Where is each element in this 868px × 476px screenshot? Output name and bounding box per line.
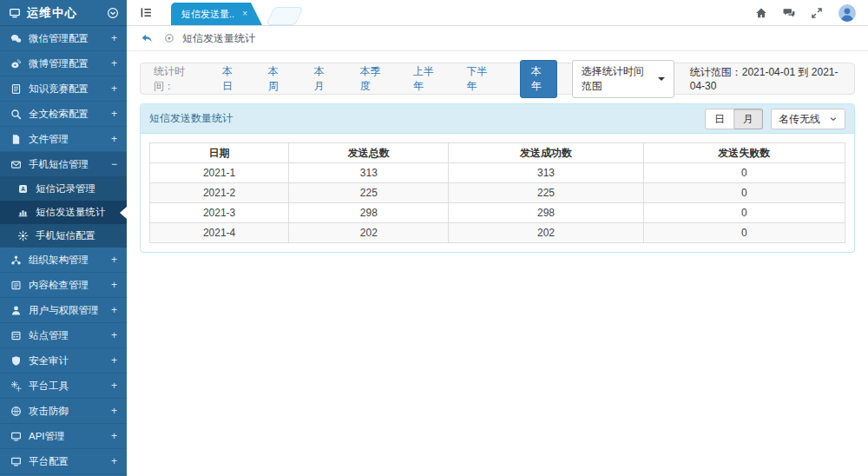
sidebar-item-12[interactable]: 攻击防御+ [0, 399, 127, 424]
sidebar-item-5-2[interactable]: 手机短信配置 [0, 224, 127, 248]
sidebar-item-label: 微信管理配置 [29, 32, 111, 45]
table-cell: 2021-1 [150, 163, 289, 183]
filter-bar: 统计时间： 本日本周本月本季度上半年下半年本年 选择统计时间范围 统计范围：20… [140, 63, 855, 95]
sidebar-item-4[interactable]: 文件管理+ [0, 127, 127, 152]
channel-select[interactable]: 名传无线 [771, 109, 845, 129]
sidebar-item-label: 用户与权限管理 [29, 304, 111, 317]
table-cell: 0 [643, 163, 845, 183]
plus-icon: + [111, 133, 117, 145]
monitor-icon [10, 431, 22, 442]
chevron-circle-down-icon[interactable] [107, 7, 119, 19]
view-button-1-active[interactable]: 月 [734, 109, 763, 129]
table-cell: 0 [643, 223, 845, 243]
table-cell: 313 [289, 163, 449, 183]
sidebar-item-6[interactable]: 组织架构管理+ [0, 248, 127, 273]
sidebar-item-10[interactable]: 安全审计+ [0, 348, 127, 374]
content: 统计时间： 本日本周本月本季度上半年下半年本年 选择统计时间范围 统计范围：20… [127, 51, 868, 253]
table-row: 2021-13133130 [150, 163, 845, 183]
caret-down-icon [658, 77, 665, 81]
sidebar-item-5[interactable]: 手机短信管理− [0, 152, 127, 177]
chevron-down-icon [829, 115, 838, 123]
comments-icon[interactable] [783, 7, 795, 19]
sidebar-item-label: 平台配置 [29, 455, 111, 468]
sidebar-item-13[interactable]: API管理+ [0, 424, 127, 449]
plus-icon: + [111, 108, 117, 120]
plus-icon: + [111, 279, 117, 291]
filter-option-3[interactable]: 本季度 [360, 64, 382, 94]
table-header-cell: 发送总数 [289, 143, 449, 163]
sidebar-item-5-0[interactable]: A短信记录管理 [0, 177, 127, 201]
sidebar-item-3[interactable]: 全文检索配置+ [0, 102, 127, 127]
site-icon [10, 330, 22, 341]
sidebar-toggle-icon[interactable] [140, 6, 153, 19]
filter-option-4[interactable]: 上半年 [413, 64, 435, 94]
sidebar-item-9[interactable]: 站点管理+ [0, 323, 127, 348]
filter-option-0[interactable]: 本日 [222, 64, 237, 94]
filter-option-1[interactable]: 本周 [268, 64, 283, 94]
table-row: 2021-22252250 [150, 183, 845, 203]
table-cell: 298 [289, 203, 449, 223]
filter-options: 本日本周本月本季度上半年下半年本年 [222, 60, 557, 98]
filter-option-5[interactable]: 下半年 [466, 64, 488, 94]
sidebar-item-14[interactable]: 平台配置+ [0, 449, 127, 474]
table-cell: 225 [289, 183, 449, 203]
range-text: 统计范围：2021-04-01 到 2021-04-30 [690, 65, 841, 92]
filter-option-2[interactable]: 本月 [314, 64, 329, 94]
stats-panel-header: 短信发送数量统计 日月 名传无线 [141, 104, 854, 134]
close-icon[interactable]: × [242, 3, 247, 25]
org-icon [10, 255, 22, 266]
sidebar-item-2[interactable]: 知识竞赛配置+ [0, 76, 127, 102]
table-header-cell: 日期 [150, 143, 289, 163]
table-cell: 202 [289, 223, 449, 243]
table-row: 2021-32982980 [150, 203, 845, 223]
plus-icon: + [111, 455, 117, 467]
plus-icon: + [111, 329, 117, 341]
tab-label: 短信发送量.. [181, 3, 234, 25]
plus-icon: + [111, 430, 117, 442]
sidebar-item-label: 短信发送量统计 [36, 206, 117, 219]
tab-bar: 短信发送量.. × [127, 0, 868, 26]
stats-panel-body: 日期发送总数发送成功数发送失败数2021-131331302021-222522… [141, 134, 854, 252]
user-avatar[interactable] [838, 4, 856, 22]
sidebar-item-5-1[interactable]: 短信发送量统计 [0, 201, 127, 224]
sidebar-item-label: 站点管理 [29, 329, 111, 342]
sidebar-menu: 微信管理配置+微博管理配置+知识竞赛配置+全文检索配置+文件管理+手机短信管理−… [0, 26, 127, 474]
topbar-icons [755, 0, 856, 26]
table-cell: 2021-2 [150, 183, 289, 203]
plus-icon: + [111, 57, 117, 69]
sidebar-item-7[interactable]: 内容检查管理+ [0, 273, 127, 298]
sidebar-item-1[interactable]: 微博管理配置+ [0, 51, 127, 76]
table-cell: 2021-3 [150, 203, 289, 223]
sidebar-item-8[interactable]: 用户与权限管理+ [0, 298, 127, 323]
sidebar-item-label: API管理 [29, 430, 111, 443]
fullscreen-icon[interactable] [811, 7, 823, 19]
sidebar-item-label: 手机短信管理 [29, 158, 111, 171]
cogs-icon [10, 380, 22, 392]
table-cell: 0 [643, 203, 845, 223]
stats-panel-title: 短信发送数量统计 [149, 111, 705, 126]
filter-option-6-selected[interactable]: 本年 [520, 60, 557, 98]
page-title: 短信发送量统计 [182, 31, 255, 46]
view-button-0[interactable]: 日 [705, 109, 734, 129]
sidebar-item-label: 组织架构管理 [29, 254, 111, 267]
day-month-toggle: 日月 [705, 109, 763, 129]
plus-icon: + [111, 405, 117, 417]
wechat-icon [10, 33, 22, 44]
table-row: 2021-42022020 [150, 223, 845, 243]
globe-icon [10, 406, 22, 417]
back-arrow-icon[interactable] [141, 32, 153, 44]
content-check-icon [10, 280, 22, 291]
tab-sms-stats[interactable]: 短信发送量.. × [171, 3, 251, 25]
sidebar-item-label: 内容检查管理 [29, 279, 111, 292]
filter-label: 统计时间： [154, 64, 199, 94]
time-range-dropdown[interactable]: 选择统计时间范围 [572, 60, 674, 98]
channel-select-value: 名传无线 [779, 113, 820, 125]
sidebar-item-11[interactable]: 平台工具+ [0, 374, 127, 399]
shield-icon [10, 355, 22, 367]
sidebar-item-0[interactable]: 微信管理配置+ [0, 26, 127, 51]
target-icon [164, 33, 174, 43]
gear-icon [17, 230, 29, 241]
stats-panel: 短信发送数量统计 日月 名传无线 日期发送总数发送成功数发送失败数2021-13… [140, 103, 855, 253]
home-icon[interactable] [755, 7, 767, 19]
search-icon [10, 109, 22, 120]
